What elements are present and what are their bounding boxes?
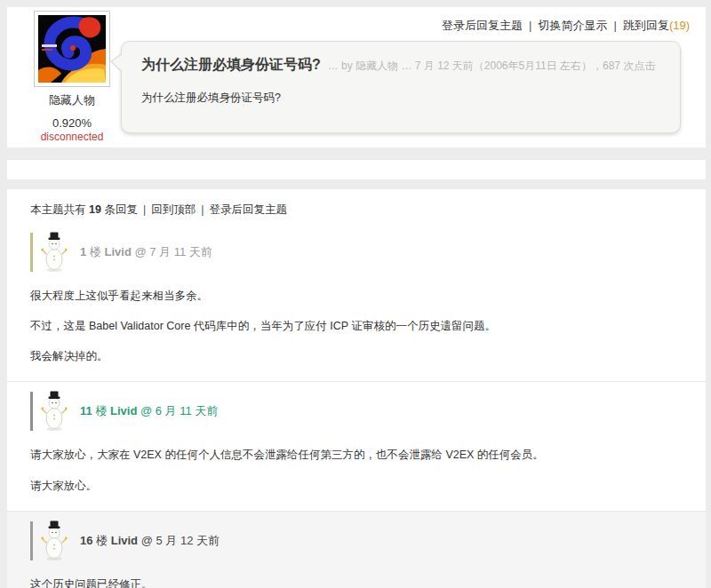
separator: | [529, 19, 531, 32]
topic-author-name[interactable]: 隐藏人物 [25, 92, 119, 108]
toggle-profile-link[interactable]: 切换简介显示 [538, 19, 607, 32]
reply-paragraph: 这个历史问题已经修正。 [30, 576, 688, 588]
reply-item: 16 楼 Livid @ 5 月 12 天前 这个历史问题已经修正。 [7, 512, 706, 588]
reply-paragraph: 请大家放心，大家在 V2EX 的任何个人信息不会泄露给任何第三方的，也不会泄露给… [30, 447, 688, 463]
back-to-top-link[interactable]: 回到顶部 [151, 203, 196, 216]
replies-count-prefix: 本主题共有 [30, 203, 86, 216]
reply-paragraph: 我会解决掉的。 [30, 348, 688, 364]
topic-author-avatar[interactable] [34, 11, 110, 87]
reply-time: @ 5 月 12 天前 [141, 534, 220, 547]
reply-floor-number: 1 [80, 245, 86, 258]
bubble-tail [110, 53, 122, 73]
replies-panel: 本主题共有 19 条回复|回到顶部|登录后回复主题 [7, 189, 706, 588]
replies-count-suffix: 条回复 [104, 203, 138, 216]
reply-author-link[interactable]: Livid [110, 404, 137, 417]
separator: | [201, 203, 204, 216]
abstract-avatar-image [38, 15, 106, 83]
reply-accent-bar [30, 521, 33, 560]
replies-summary: 本主题共有 19 条回复|回到顶部|登录后回复主题 [7, 196, 706, 223]
reply-after-login-link[interactable]: 登录后回复主题 [209, 203, 287, 216]
pager-bar [7, 160, 706, 179]
snowman-avatar-icon[interactable] [41, 232, 68, 273]
reply-author-link[interactable]: Livid [104, 245, 131, 258]
reply-header-label: 11 楼 Livid @ 6 月 11 天前 [80, 403, 218, 419]
reply-header: 1 楼 Livid @ 7 月 11 天前 [30, 223, 688, 274]
separator: | [143, 203, 146, 216]
reply-header: 16 楼 Livid @ 5 月 12 天前 [30, 512, 688, 563]
reply-item: 1 楼 Livid @ 7 月 11 天前 很大程度上这似乎看起来相当多余。 不… [7, 223, 706, 382]
reply-floor-number: 11 [80, 404, 92, 417]
snowman-avatar-icon[interactable] [41, 391, 68, 432]
reply-header: 11 楼 Livid @ 6 月 11 天前 [30, 382, 688, 433]
replies-count: 19 [89, 203, 101, 216]
reply-paragraph: 不过，这是 Babel Validator Core 代码库中的，当年为了应付 … [30, 318, 688, 334]
reply-time: @ 6 月 11 天前 [140, 404, 218, 417]
reply-time: @ 7 月 11 天前 [134, 245, 212, 258]
reply-floor-word: 楼 [90, 245, 101, 258]
reply-paragraph: 很大程度上这似乎看起来相当多余。 [30, 288, 688, 304]
snowman-avatar-icon[interactable] [41, 520, 68, 561]
reply-item: 11 楼 Livid @ 6 月 11 天前 请大家放心，大家在 V2EX 的任… [7, 382, 706, 511]
reply-floor-word: 楼 [95, 404, 107, 417]
reply-header-label: 16 楼 Livid @ 5 月 12 天前 [80, 533, 220, 549]
reply-count-badge[interactable]: (19) [669, 19, 690, 32]
reply-author-link[interactable]: Livid [111, 534, 138, 547]
topic-title: 为什么注册必填身份证号码? [141, 57, 321, 72]
reply-floor-word: 楼 [96, 534, 108, 547]
topic-bubble: 为什么注册必填身份证号码?… by 隐藏人物 … 7 月 12 天前（2006年… [121, 41, 681, 133]
reply-header-label: 1 楼 Livid @ 7 月 11 天前 [80, 244, 212, 260]
topic-author-column: 隐藏人物 0.920% disconnected [25, 11, 119, 143]
separator: | [613, 19, 616, 32]
topic-meta: … by 隐藏人物 … 7 月 12 天前（2006年5月11日 左右），687… [328, 60, 656, 72]
topic-body-text: 为什么注册必填身份证号码? [141, 91, 660, 106]
reply-paragraph: 请大家放心。 [30, 478, 688, 494]
topic-author-percent: 0.920% [25, 116, 119, 130]
reply-floor-number: 16 [80, 534, 92, 547]
reply-after-login-link[interactable]: 登录后回复主题 [442, 19, 523, 32]
jump-to-replies-link[interactable]: 跳到回复 [623, 19, 669, 32]
reply-accent-bar [30, 392, 33, 431]
topic-panel: 隐藏人物 0.920% disconnected 登录后回复主题|切换简介显示|… [7, 7, 706, 147]
topic-actions: 登录后回复主题|切换简介显示|跳到回复(19) [442, 18, 690, 34]
reply-accent-bar [30, 233, 33, 272]
topic-author-status: disconnected [25, 131, 119, 143]
